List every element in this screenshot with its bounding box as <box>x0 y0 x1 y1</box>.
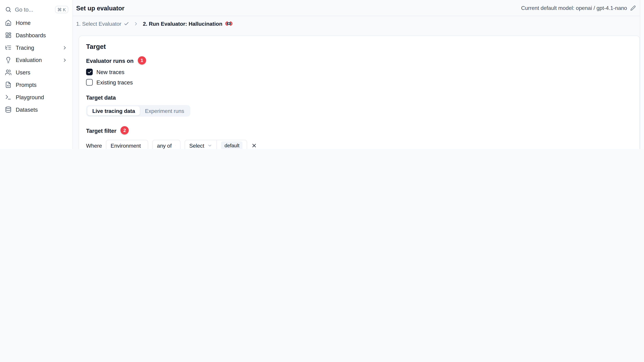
new-traces-checkbox-row[interactable]: New traces <box>86 69 635 75</box>
chevron-right-icon <box>134 21 139 26</box>
ragas-logo-icon <box>225 21 233 26</box>
target-data-tabs: Live tracing data Experiment runs <box>86 105 190 117</box>
filter-value-placeholder: Select <box>189 142 204 149</box>
chevron-down-icon <box>175 143 176 148</box>
target-heading: Target <box>86 43 635 50</box>
sidebar-item-label: Home <box>16 19 30 26</box>
sidebar-item-label: Tracing <box>16 44 34 50</box>
list-tree-icon <box>5 44 12 51</box>
terminal-icon <box>5 94 12 100</box>
page-header: Set up evaluator Current default model: … <box>73 0 644 16</box>
chevron-down-icon <box>208 143 212 148</box>
target-filter-text: Target filter <box>86 127 116 134</box>
close-icon <box>252 143 257 148</box>
where-label: Where <box>86 142 102 149</box>
page-title: Set up evaluator <box>76 4 124 11</box>
step-run-evaluator: 2. Run Evaluator: Hallucination <box>143 20 232 26</box>
filter-value-chip: default <box>221 141 242 149</box>
check-icon <box>124 21 129 26</box>
filter-operator-select[interactable]: any of <box>152 140 180 149</box>
main-area: Set up evaluator Current default model: … <box>73 0 644 149</box>
search-icon <box>5 6 12 13</box>
step2-label: 2. Run Evaluator: Hallucination <box>143 20 222 26</box>
sidebar-item-home[interactable]: Home <box>0 16 72 29</box>
app-window: Go to... ⌘ K Home Dashboards Tracing Eva… <box>0 0 644 149</box>
sidebar-item-label: Evaluation <box>16 57 42 63</box>
target-data-label: Target data <box>86 95 635 101</box>
database-icon <box>5 106 12 113</box>
existing-traces-checkbox-row[interactable]: Existing traces <box>86 79 635 86</box>
dashboard-icon <box>5 32 12 38</box>
target-filter-label: Target filter 2 <box>86 126 635 135</box>
sidebar-item-label: Playground <box>16 94 44 100</box>
step1-label: 1. Select Evaluator <box>76 20 121 26</box>
evaluator-runs-on-label: Evaluator runs on 1 <box>86 57 635 65</box>
remove-filter-button[interactable] <box>252 143 257 148</box>
checkbox-unchecked[interactable] <box>86 79 93 86</box>
sidebar-item-label: Dashboards <box>16 32 46 38</box>
goto-label: Go to... <box>15 6 33 12</box>
target-config-card: Target Evaluator runs on 1 New traces Ex… <box>79 35 640 149</box>
chevron-right-icon <box>62 45 68 50</box>
sidebar-item-tracing[interactable]: Tracing <box>0 41 72 54</box>
users-icon <box>5 69 12 76</box>
existing-traces-label: Existing traces <box>96 79 133 85</box>
sidebar-item-users[interactable]: Users <box>0 66 72 79</box>
sidebar: Go to... ⌘ K Home Dashboards Tracing Eva… <box>0 0 73 149</box>
wizard-steps: 1. Select Evaluator 2. Run Evaluator: Ha… <box>73 16 644 31</box>
annotation-badge-1: 1 <box>138 56 146 64</box>
sidebar-item-label: Datasets <box>16 107 38 113</box>
sidebar-item-prompts[interactable]: Prompts <box>0 79 72 91</box>
annotation-badge-2: 2 <box>120 126 129 134</box>
checkbox-checked[interactable] <box>86 69 93 75</box>
filter-builder-row: Where Environment any of Select default <box>86 140 635 149</box>
filter-operator-value: any of <box>157 142 172 149</box>
default-model-label: Current default model: openai / gpt-4.1-… <box>521 5 627 11</box>
step-select-evaluator[interactable]: 1. Select Evaluator <box>76 20 129 26</box>
filter-value-select[interactable]: Select default <box>185 140 247 149</box>
divider <box>217 140 217 149</box>
home-icon <box>5 19 12 26</box>
file-code-icon <box>5 81 12 88</box>
default-model-wrap: Current default model: openai / gpt-4.1-… <box>521 5 636 11</box>
filter-column-value: Environment <box>110 142 141 149</box>
sidebar-item-datasets[interactable]: Datasets <box>0 103 72 116</box>
keyboard-shortcut-badge: ⌘ K <box>55 6 68 13</box>
sidebar-item-label: Users <box>16 69 30 75</box>
new-traces-label: New traces <box>96 69 124 75</box>
tab-live-tracing-data[interactable]: Live tracing data <box>88 106 140 115</box>
sidebar-item-label: Prompts <box>16 82 36 88</box>
lightbulb-icon <box>5 57 12 63</box>
edit-pencil-icon[interactable] <box>630 5 636 10</box>
sidebar-item-playground[interactable]: Playground <box>0 91 72 103</box>
page-scrollbar[interactable] <box>640 0 644 149</box>
tab-experiment-runs[interactable]: Experiment runs <box>140 106 189 115</box>
sidebar-item-dashboards[interactable]: Dashboards <box>0 29 72 41</box>
check-icon <box>87 70 92 74</box>
goto-search-button[interactable]: Go to... ⌘ K <box>5 6 68 13</box>
filter-column-select[interactable]: Environment <box>106 140 148 149</box>
chevron-right-icon <box>62 57 68 63</box>
sidebar-item-evaluation[interactable]: Evaluation <box>0 54 72 66</box>
runs-on-text: Evaluator runs on <box>86 58 134 64</box>
